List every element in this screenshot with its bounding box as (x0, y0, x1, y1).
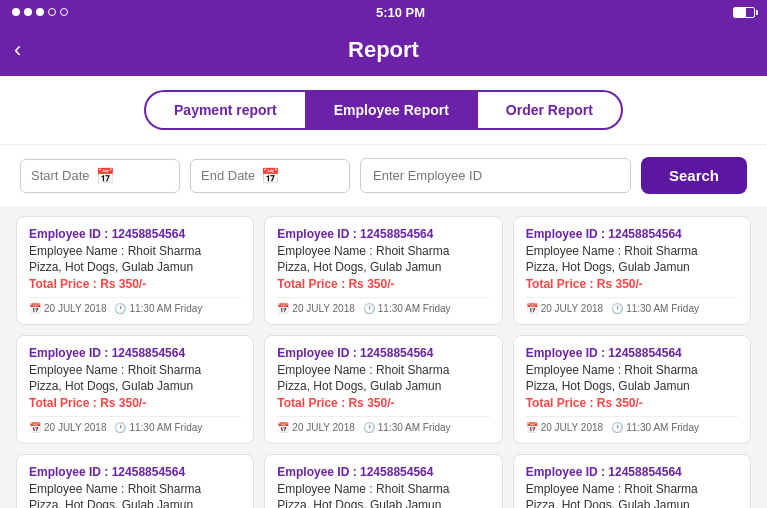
card-date: 📅 20 JULY 2018 (29, 303, 106, 314)
card-price: Total Price : Rs 350/- (29, 396, 241, 410)
card-date-text: 20 JULY 2018 (292, 303, 354, 314)
card-date: 📅 20 JULY 2018 (29, 422, 106, 433)
card-emp-id: Employee ID : 12458854564 (29, 465, 241, 479)
card-time: 🕐 11:30 AM Friday (611, 422, 699, 433)
calendar-icon: 📅 (277, 422, 289, 433)
card-time-text: 11:30 AM Friday (129, 422, 202, 433)
battery-icon (733, 7, 755, 18)
start-date-label: Start Date (31, 168, 90, 183)
card-items: Pizza, Hot Dogs, Gulab Jamun (277, 379, 489, 393)
card-time-text: 11:30 AM Friday (129, 303, 202, 314)
tab-bar: Payment report Employee Report Order Rep… (0, 76, 767, 145)
card-emp-name: Employee Name : Rhoit Sharma (29, 482, 241, 496)
card-date-text: 20 JULY 2018 (541, 303, 603, 314)
card-time: 🕐 11:30 AM Friday (611, 303, 699, 314)
card-emp-name: Employee Name : Rhoit Sharma (526, 244, 738, 258)
card-time-text: 11:30 AM Friday (378, 303, 451, 314)
card-items: Pizza, Hot Dogs, Gulab Jamun (277, 260, 489, 274)
card-time-text: 11:30 AM Friday (378, 422, 451, 433)
card-date-text: 20 JULY 2018 (292, 422, 354, 433)
start-date-calendar-icon: 📅 (96, 167, 115, 185)
card-emp-name: Employee Name : Rhoit Sharma (29, 244, 241, 258)
tab-payment-report[interactable]: Payment report (144, 90, 306, 130)
card-items: Pizza, Hot Dogs, Gulab Jamun (526, 260, 738, 274)
card-emp-id: Employee ID : 12458854564 (277, 227, 489, 241)
report-card[interactable]: Employee ID : 12458854564 Employee Name … (264, 335, 502, 444)
card-time: 🕐 11:30 AM Friday (363, 422, 451, 433)
card-emp-name: Employee Name : Rhoit Sharma (29, 363, 241, 377)
card-price: Total Price : Rs 350/- (277, 277, 489, 291)
report-card[interactable]: Employee ID : 12458854564 Employee Name … (264, 454, 502, 508)
card-date-text: 20 JULY 2018 (44, 303, 106, 314)
card-items: Pizza, Hot Dogs, Gulab Jamun (29, 498, 241, 508)
status-bar: 5:10 PM (0, 0, 767, 24)
card-emp-id: Employee ID : 12458854564 (526, 346, 738, 360)
start-date-picker[interactable]: Start Date 📅 (20, 159, 180, 193)
card-items: Pizza, Hot Dogs, Gulab Jamun (29, 260, 241, 274)
card-date-text: 20 JULY 2018 (44, 422, 106, 433)
page-title: Report (348, 37, 419, 63)
report-card[interactable]: Employee ID : 12458854564 Employee Name … (513, 216, 751, 325)
clock-icon: 🕐 (114, 303, 126, 314)
calendar-icon: 📅 (277, 303, 289, 314)
clock-icon: 🕐 (611, 303, 623, 314)
card-date: 📅 20 JULY 2018 (277, 422, 354, 433)
card-time-text: 11:30 AM Friday (626, 422, 699, 433)
card-emp-id: Employee ID : 12458854564 (277, 346, 489, 360)
calendar-icon: 📅 (29, 422, 41, 433)
card-time-text: 11:30 AM Friday (626, 303, 699, 314)
status-time: 5:10 PM (376, 5, 425, 20)
card-emp-name: Employee Name : Rhoit Sharma (277, 482, 489, 496)
employee-id-input[interactable] (360, 158, 631, 193)
card-emp-id: Employee ID : 12458854564 (29, 227, 241, 241)
end-date-picker[interactable]: End Date 📅 (190, 159, 350, 193)
clock-icon: 🕐 (611, 422, 623, 433)
card-date-text: 20 JULY 2018 (541, 422, 603, 433)
card-time: 🕐 11:30 AM Friday (114, 422, 202, 433)
card-emp-id: Employee ID : 12458854564 (526, 465, 738, 479)
card-price: Total Price : Rs 350/- (526, 277, 738, 291)
card-emp-id: Employee ID : 12458854564 (29, 346, 241, 360)
signal-dot-1 (12, 8, 20, 16)
report-card[interactable]: Employee ID : 12458854564 Employee Name … (513, 335, 751, 444)
report-card[interactable]: Employee ID : 12458854564 Employee Name … (513, 454, 751, 508)
signal-indicators (12, 8, 68, 16)
app-header: ‹ Report (0, 24, 767, 76)
clock-icon: 🕐 (114, 422, 126, 433)
battery-fill (734, 8, 746, 17)
signal-dot-4 (48, 8, 56, 16)
card-date: 📅 20 JULY 2018 (526, 303, 603, 314)
end-date-calendar-icon: 📅 (261, 167, 280, 185)
filter-row: Start Date 📅 End Date 📅 Search (0, 145, 767, 206)
card-emp-id: Employee ID : 12458854564 (277, 465, 489, 479)
tab-order-report[interactable]: Order Report (477, 90, 623, 130)
card-footer: 📅 20 JULY 2018 🕐 11:30 AM Friday (29, 297, 241, 314)
report-card[interactable]: Employee ID : 12458854564 Employee Name … (16, 454, 254, 508)
clock-icon: 🕐 (363, 303, 375, 314)
signal-dot-3 (36, 8, 44, 16)
signal-dot-2 (24, 8, 32, 16)
report-card[interactable]: Employee ID : 12458854564 Employee Name … (16, 216, 254, 325)
card-time: 🕐 11:30 AM Friday (363, 303, 451, 314)
report-card[interactable]: Employee ID : 12458854564 Employee Name … (16, 335, 254, 444)
back-button[interactable]: ‹ (14, 37, 21, 63)
search-button[interactable]: Search (641, 157, 747, 194)
card-emp-name: Employee Name : Rhoit Sharma (277, 244, 489, 258)
card-time: 🕐 11:30 AM Friday (114, 303, 202, 314)
card-items: Pizza, Hot Dogs, Gulab Jamun (526, 379, 738, 393)
card-price: Total Price : Rs 350/- (526, 396, 738, 410)
signal-dot-5 (60, 8, 68, 16)
calendar-icon: 📅 (526, 422, 538, 433)
cards-container: Employee ID : 12458854564 Employee Name … (0, 206, 767, 508)
card-emp-id: Employee ID : 12458854564 (526, 227, 738, 241)
calendar-icon: 📅 (526, 303, 538, 314)
card-footer: 📅 20 JULY 2018 🕐 11:30 AM Friday (277, 297, 489, 314)
calendar-icon: 📅 (29, 303, 41, 314)
clock-icon: 🕐 (363, 422, 375, 433)
card-footer: 📅 20 JULY 2018 🕐 11:30 AM Friday (526, 297, 738, 314)
report-card[interactable]: Employee ID : 12458854564 Employee Name … (264, 216, 502, 325)
card-price: Total Price : Rs 350/- (277, 396, 489, 410)
tab-employee-report[interactable]: Employee Report (306, 90, 477, 130)
end-date-label: End Date (201, 168, 255, 183)
card-items: Pizza, Hot Dogs, Gulab Jamun (29, 379, 241, 393)
